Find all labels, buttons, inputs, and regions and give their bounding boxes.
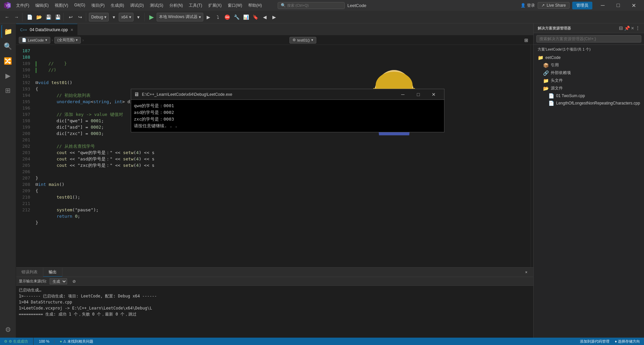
sidebar-collapse-icon[interactable]: ⊟ (619, 25, 623, 31)
diagnostics-button[interactable]: 🔧 (232, 13, 241, 21)
problems-indicator[interactable]: ● ⚠ 未找到相关问题 (58, 339, 95, 344)
menu-tools[interactable]: 工具(T) (186, 1, 205, 10)
run-debug-icon[interactable]: ▶ (1, 69, 15, 82)
local-debugger-arrow: ▾ (199, 15, 201, 19)
debug-config-label: Debug (91, 15, 103, 19)
menu-edit[interactable]: 编辑(E) (33, 1, 51, 10)
continue-button[interactable]: ▶ (204, 13, 213, 21)
output-line-2: 1>------- 已启动生成: 项目: LeetCode, 配置: Debug… (19, 293, 531, 299)
tree-item-references[interactable]: 📦 引用 (534, 61, 644, 69)
menu-build[interactable]: 生成(B) (108, 1, 127, 10)
admin-button[interactable]: 管理员 (572, 2, 592, 9)
scope-dropdown-fn[interactable]: ⚙ test01() ▾ (289, 37, 316, 44)
sidebar-close-icon[interactable]: × (631, 25, 634, 31)
toolbar-group-edit: ↩ ↪ (65, 13, 86, 21)
sidebar-more-icon[interactable]: ⋮ (635, 25, 640, 31)
save-all-button[interactable]: 💾 (53, 13, 62, 21)
menu-analyze[interactable]: 分析(N) (167, 1, 186, 10)
panel-tab-errors[interactable]: 错误列表 (16, 268, 43, 277)
breakpoints-button[interactable]: ⛔ (223, 13, 231, 21)
tree-item-file-01[interactable]: 📄 01 TwoSum.cpp (534, 92, 644, 99)
sidebar-search-input[interactable] (536, 35, 641, 43)
scope-dropdown-global[interactable]: (全局范围) ▾ (54, 37, 81, 44)
menu-test[interactable]: 测试(S) (147, 1, 166, 10)
code-content[interactable]: // } //)⊟void test01(){ // 初始化散列表 unorde… (33, 45, 531, 267)
extensions-icon[interactable]: ⊞ (1, 84, 15, 97)
save-button[interactable]: 💾 (44, 13, 53, 21)
panel-close-button[interactable]: × (522, 268, 531, 277)
global-search[interactable]: 🔍 搜索 (Ctrl+Q) (278, 2, 345, 9)
source-control-status[interactable]: 添加到源代码管理 (579, 339, 611, 344)
start-debug-button[interactable]: ▶ (147, 13, 156, 21)
bookmark-prev[interactable]: ◀ (260, 13, 269, 21)
tree-item-headers[interactable]: 📁 头文件 (534, 77, 644, 84)
login-label: 登录 (527, 3, 535, 8)
sidebar-search-box (534, 33, 644, 45)
build-status-label: ⚙ 生成成功 (9, 339, 28, 344)
search-activity-icon[interactable]: 🔍 (1, 40, 15, 53)
breadcrumb-sep-2: › (82, 38, 84, 43)
arch-config-btn[interactable]: ▾ (134, 13, 143, 21)
external-deps-icon: 🔗 (543, 70, 549, 76)
open-folder-button[interactable]: 📂 (35, 13, 43, 21)
tab-close-0[interactable]: × (70, 27, 73, 32)
output-source-select[interactable]: 生成 (50, 278, 67, 284)
toolbar-group-debug: Debug ▾ ▾ x64 ▾ ▾ (88, 13, 145, 21)
file-encoding-status[interactable]: ♦ 选择存储方向 (613, 339, 641, 344)
menu-debug[interactable]: 调试(D) (127, 1, 147, 10)
maximize-button[interactable]: □ (610, 0, 626, 11)
console-minimize-button[interactable]: ─ (395, 89, 411, 100)
console-maximize-button[interactable]: □ (411, 89, 426, 100)
console-line-1: qwe的学号是：0001 (134, 102, 441, 109)
redo-button[interactable]: ↪ (76, 13, 85, 21)
settings-icon[interactable]: ⚙ (1, 323, 15, 336)
menu-extensions[interactable]: 扩展(X) (206, 1, 224, 10)
forward-button[interactable]: → (12, 13, 21, 21)
bookmark-next[interactable]: ▶ (270, 13, 278, 21)
minimize-button[interactable]: ─ (595, 0, 610, 11)
menu-view[interactable]: 视图(V) (52, 1, 71, 10)
code-editor[interactable]: 1871881891901911921931941951961971981992… (16, 45, 531, 267)
sidebar-pin-icon[interactable]: 📌 (624, 25, 630, 31)
admin-label: 管理员 (576, 3, 588, 8)
zoom-level[interactable]: 100 % (38, 339, 51, 343)
panel-tab-output[interactable]: 输出 (43, 268, 62, 277)
local-debugger-dropdown[interactable]: 本地 Windows 调试器 ▾ (157, 13, 203, 21)
clear-output-button[interactable]: ⊘ (70, 277, 78, 286)
toolbar-group-run: ▶ 本地 Windows 调试器 ▾ ▶ ⤵ ⛔ 🔧 📊 🔖 ◀ ▶ (146, 13, 280, 21)
menu-window[interactable]: 窗口(W) (225, 1, 245, 10)
console-line-3: zxc的学号是：0003 (134, 116, 441, 123)
menu-project[interactable]: 项目(P) (89, 1, 107, 10)
file-01-label: 01 TwoSum.cpp (556, 93, 585, 98)
performance-button[interactable]: 📊 (241, 13, 250, 21)
close-button[interactable]: ✕ (626, 0, 641, 11)
menu-file[interactable]: 文件(F) (13, 1, 32, 10)
explorer-icon[interactable]: 📁 (1, 25, 15, 38)
editor-tab-0[interactable]: C++ 04 DataStructure.cpp × (16, 24, 77, 35)
tree-item-file-02[interactable]: 📄 LengthOfLongestNonRepeatingCharacters.… (534, 99, 644, 107)
project-root[interactable]: 📁 eetCode (534, 54, 644, 61)
scope-dropdown-file[interactable]: 📄 LeetCode ▾ (19, 37, 50, 44)
console-close-button[interactable]: ✕ (426, 89, 441, 100)
build-status[interactable]: ⚙ ⚙ 生成成功 (3, 339, 29, 344)
scope-file-icon: 📄 (22, 38, 26, 42)
tree-item-sources[interactable]: 📂 源文件 (534, 84, 644, 92)
debug-config-arrow2[interactable]: ▾ (109, 13, 118, 21)
back-button[interactable]: ← (3, 13, 11, 21)
split-editor-button[interactable]: ⊞ (522, 36, 531, 45)
undo-button[interactable]: ↩ (66, 13, 75, 21)
tree-item-external-deps[interactable]: 🔗 外部依赖项 (534, 69, 644, 77)
step-over-button[interactable]: ⤵ (213, 13, 222, 21)
source-control-icon[interactable]: 🔀 (1, 54, 15, 68)
project-label: eetCode (545, 55, 560, 60)
debug-config-dropdown[interactable]: Debug ▾ (89, 13, 109, 21)
arch-dropdown[interactable]: x64 ▾ (119, 13, 133, 21)
new-file-button[interactable]: 📄 (25, 13, 34, 21)
panel-toolbar: 显示输出来源(S): 生成 ⊘ (16, 277, 533, 286)
menu-git[interactable]: Git(G) (71, 1, 88, 10)
live-share-button[interactable]: ↗ Live Share (538, 2, 570, 9)
menu-help[interactable]: 帮助(H) (246, 1, 265, 10)
sidebar-title: 解决方案资源管理器 (538, 26, 571, 31)
bookmark-button[interactable]: 🔖 (251, 13, 260, 21)
login-area[interactable]: 👤 登录 (521, 3, 535, 8)
